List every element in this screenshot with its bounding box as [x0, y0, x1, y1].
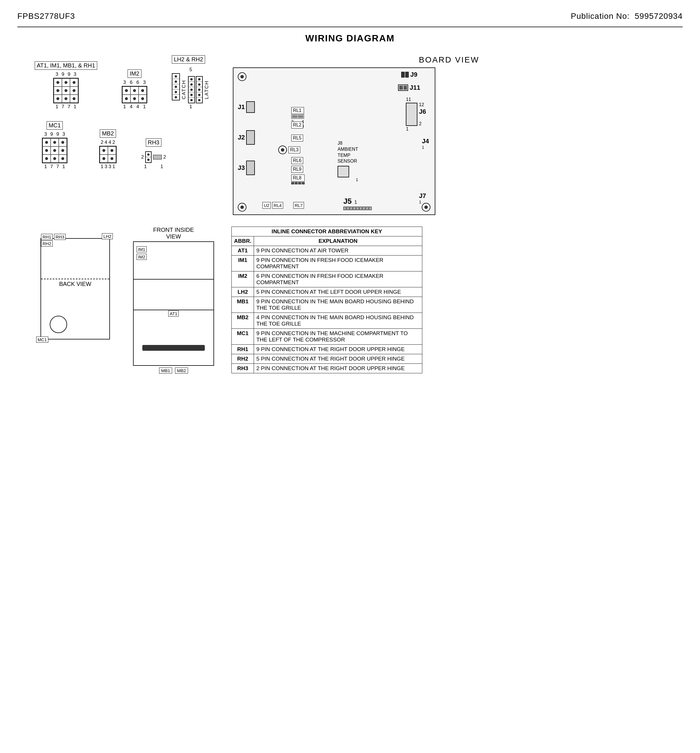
front-view-title: FRONT INSIDE VIEW — [153, 227, 194, 240]
im1-tag-front: IM1 — [137, 246, 147, 252]
at1-tag-front: AT1 — [168, 311, 179, 316]
abbr-row-rh2: RH2 5 PIN CONNECTION AT THE RIGHT DOOR U… — [232, 354, 422, 364]
explanation-at1: 9 PIN CONNECTION AT AIR TOWER — [254, 246, 422, 256]
page-header: FPBS2778UF3 Publication No: 5995720934 — [17, 12, 683, 24]
vertical-connector-latch — [196, 76, 203, 103]
explanation-im1: 9 PIN CONNECTION IN FRESH FOOD ICEMAKER … — [254, 256, 422, 272]
abbreviation-table: INLINE CONNECTOR ABBREVIATION KEY ABBR. … — [231, 227, 422, 373]
explanation-rh3: 2 PIN CONNECTION AT THE RIGHT DOOR UPPER… — [254, 364, 422, 373]
abbr-mc1: MC1 — [232, 329, 254, 345]
back-view-container: BACK VIEW RH1 RH3 LH2 RH2 — [35, 227, 116, 351]
connector-rh3: RH3 2 2 — [141, 138, 166, 170]
connector-mb2: MB2 2442 1331 — [92, 130, 124, 170]
abbr-row-lh2: LH2 5 PIN CONNECTION AT THE LEFT DOOR UP… — [232, 287, 422, 297]
board-view-title: BOARD VIEW — [233, 55, 665, 64]
abbr-row-mb2: MB2 4 PIN CONNECTION IN THE MAIN BOARD H… — [232, 313, 422, 329]
front-view-box: IM1 IM2 AT1 — [133, 241, 214, 366]
connector-label-lh2-rh2: LH2 & RH2 — [172, 55, 205, 64]
board-circle-tl — [238, 72, 246, 81]
j2-area: J2 — [238, 130, 255, 145]
j3-area: J3 — [238, 161, 255, 175]
mb1-tag-front: MB1 — [159, 367, 172, 373]
mc1-tag-back: MC1 — [36, 337, 48, 342]
board-diagram: J9 J11 11 1 — [233, 67, 435, 215]
abbr-mb1: MB1 — [232, 297, 254, 313]
j8-sensor: J8AMBIENTTEMPSENSOR 1 — [338, 141, 358, 182]
main-content: AT1, IM1, MB1, & RH1 3993 — [17, 55, 683, 373]
abbr-col-header: ABBR. — [232, 236, 254, 246]
mb2-tag-front: MB2 — [175, 367, 188, 373]
back-view-top-tags: RH1 RH3 — [41, 234, 65, 240]
abbr-row-rh3: RH3 2 PIN CONNECTION AT THE RIGHT DOOR U… — [232, 364, 422, 373]
connector-label-rh3: RH3 — [146, 138, 161, 147]
abbr-im1: IM1 — [232, 256, 254, 272]
back-view-label: BACK VIEW — [59, 280, 91, 287]
board-section: BOARD VIEW J9 J11 — [233, 55, 665, 215]
j6-area: 11 1 12 J6 2 — [406, 97, 426, 132]
header-divider — [17, 27, 683, 27]
model-number: FPBS2778UF3 — [17, 12, 75, 21]
publication-number: Publication No: 5995720934 — [571, 12, 683, 21]
abbr-row-im2: IM2 6 PIN CONNECTION IN FRESH FOOD ICEMA… — [232, 272, 422, 287]
abbr-im2: IM2 — [232, 272, 254, 287]
grid-connector-mb2 — [99, 146, 117, 163]
explanation-im2: 6 PIN CONNECTION IN FRESH FOOD ICEMAKER … — [254, 272, 422, 287]
compressor-circle — [50, 316, 67, 333]
j7-area: J7 1 — [419, 192, 426, 204]
connector-label-mc1: MC1 — [47, 121, 63, 130]
explanation-mc1: 9 PIN CONNECTION IN THE MACHINE COMPARTM… — [254, 329, 422, 345]
j9-area: J9 — [401, 71, 417, 78]
connector-row-2: MC1 3993 — [35, 121, 210, 170]
rh3-tag: RH3 — [54, 234, 65, 240]
abbr-row-at1: AT1 9 PIN CONNECTION AT AIR TOWER — [232, 246, 422, 256]
rl2-box: RL2 — [291, 122, 303, 128]
grid-connector-mc1 — [42, 138, 67, 163]
lh2-tag-back: LH2 — [102, 234, 113, 239]
j4-area: J4 1 — [422, 137, 429, 150]
rl6-box: RL6 — [291, 157, 303, 164]
catch-label: CATCH — [181, 80, 187, 99]
connector-im2: IM2 3663 — [115, 69, 154, 110]
abbr-lh2: LH2 — [232, 287, 254, 297]
explanation-mb1: 9 PIN CONNECTION IN THE MAIN BOARD HOUSI… — [254, 297, 422, 313]
bottom-relay-row: U2 RL4 RL7 — [262, 202, 304, 209]
connector-label-at1: AT1, IM1, MB1, & RH1 — [35, 61, 97, 70]
front-handle-bar — [142, 345, 205, 351]
rl8-box: RL8 — [291, 175, 305, 184]
abbr-header-row: ABBR. EXPLANATION — [232, 236, 422, 246]
abbr-row-mc1: MC1 9 PIN CONNECTION IN THE MACHINE COMP… — [232, 329, 422, 345]
vertical-connector-catch — [188, 76, 195, 103]
grid-connector-im2 — [122, 86, 147, 103]
abbr-table-container: INLINE CONNECTOR ABBREVIATION KEY ABBR. … — [231, 227, 683, 373]
explanation-mb2: 4 PIN CONNECTION IN THE MAIN BOARD HOUSI… — [254, 313, 422, 329]
rh1-tag: RH1 — [41, 234, 53, 240]
j5-area: J5 1 — [343, 197, 372, 210]
connector-label-mb2: MB2 — [100, 130, 116, 138]
connector-mc1: MC1 3993 — [35, 121, 75, 170]
abbr-row-im1: IM1 9 PIN CONNECTION IN FRESH FOOD ICEMA… — [232, 256, 422, 272]
top-section: AT1, IM1, MB1, & RH1 3993 — [17, 55, 683, 215]
connectors-section: AT1, IM1, MB1, & RH1 3993 — [35, 55, 210, 170]
explanation-rh1: 9 PIN CONNECTION AT THE RIGHT DOOR UPPER… — [254, 345, 422, 354]
rl3-area: RL3 — [278, 145, 300, 154]
front-tags-left: IM1 IM2 — [137, 246, 147, 260]
front-view-container: FRONT INSIDE VIEW IM1 IM2 AT1 MB1 — [133, 227, 214, 373]
abbr-rh3: RH3 — [232, 364, 254, 373]
rh3-connector-left — [145, 152, 151, 163]
explanation-col-header: EXPLANATION — [254, 236, 422, 246]
rl5-box: RL5 — [291, 134, 303, 142]
abbr-row-rh1: RH1 9 PIN CONNECTION AT THE RIGHT DOOR U… — [232, 345, 422, 354]
board-circle-bl — [238, 203, 246, 212]
im2-tag-front: IM2 — [137, 254, 147, 260]
bottom-section: BACK VIEW RH1 RH3 LH2 RH2 — [17, 227, 683, 373]
front-bottom-tags: MB1 MB2 — [159, 367, 188, 373]
abbr-rh2: RH2 — [232, 354, 254, 364]
abbr-at1: AT1 — [232, 246, 254, 256]
grid-connector-at1 — [53, 78, 79, 103]
board-circle-br — [422, 203, 430, 212]
back-view-box: BACK VIEW — [41, 238, 110, 339]
connector-at1-im1-mb1-rh1: AT1, IM1, MB1, & RH1 3993 — [35, 61, 97, 110]
abbr-table-title: INLINE CONNECTOR ABBREVIATION KEY — [232, 227, 422, 236]
connector-row-1: AT1, IM1, MB1, & RH1 3993 — [35, 55, 210, 110]
abbr-mb2: MB2 — [232, 313, 254, 329]
